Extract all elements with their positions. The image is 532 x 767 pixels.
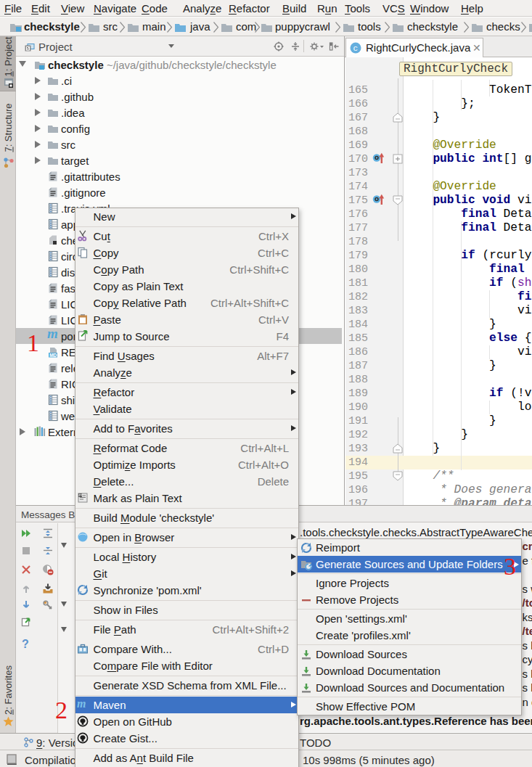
svg-text:c: c [353,44,359,53]
